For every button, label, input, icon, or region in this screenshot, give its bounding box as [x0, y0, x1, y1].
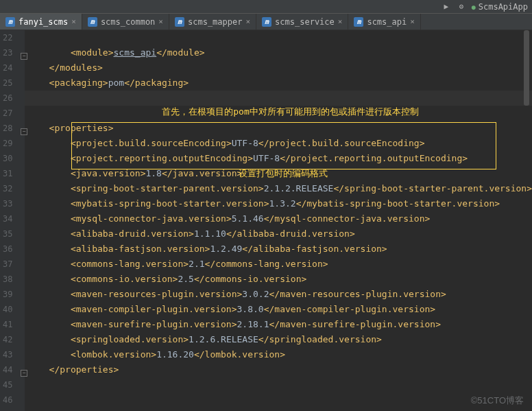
close-icon[interactable]: × — [158, 17, 163, 26]
close-icon[interactable]: × — [410, 17, 415, 26]
annotation-top: 首先，在根项目的pom中对所有可能用到的包或插件进行版本控制 — [162, 104, 418, 119]
run-config-label: ScmsApiApp — [479, 2, 528, 12]
editor-tabs: m fanyi_scms × m scms_common × m scms_ma… — [0, 14, 532, 30]
run-icon[interactable]: ▶ — [442, 2, 451, 12]
run-configuration-selector[interactable]: ScmsApiApp — [472, 2, 528, 12]
code-editor[interactable]: 2223242526272829303132333435363738394041… — [0, 30, 532, 411]
fold-column: − − − — [19, 30, 25, 411]
maven-icon: m — [354, 17, 363, 27]
tab-label: scms_mapper — [188, 17, 242, 27]
maven-icon: m — [262, 17, 271, 27]
hammer-icon[interactable]: ⚙ — [457, 2, 466, 12]
tab-scms-mapper[interactable]: m scms_mapper × — [169, 14, 256, 30]
app-icon — [472, 2, 476, 12]
line-number-gutter: 2223242526272829303132333435363738394041… — [0, 30, 19, 411]
tab-fanyi-scms[interactable]: m fanyi_scms × — [0, 14, 82, 30]
close-icon[interactable]: × — [338, 17, 343, 26]
maven-icon: m — [175, 17, 184, 27]
annotation-mid: 设置打包时的编码格式 — [239, 166, 328, 181]
tab-label: scms_service — [275, 17, 335, 27]
top-toolbar: ▶ ⚙ ScmsApiApp — [0, 0, 532, 14]
maven-icon: m — [88, 17, 97, 27]
tab-scms-common[interactable]: m scms_common × — [82, 14, 169, 30]
code-area[interactable]: <module>scms_api</module> </modules> <pa… — [25, 30, 532, 411]
tab-scms-api[interactable]: m scms_api × — [348, 14, 420, 30]
tab-label: scms_api — [367, 17, 407, 27]
maven-icon: m — [5, 17, 15, 27]
close-icon[interactable]: × — [245, 17, 250, 26]
tab-label: fanyi_scms — [19, 17, 68, 27]
tab-scms-service[interactable]: m scms_service × — [256, 14, 348, 30]
close-icon[interactable]: × — [71, 17, 76, 26]
tab-label: scms_common — [101, 17, 155, 27]
